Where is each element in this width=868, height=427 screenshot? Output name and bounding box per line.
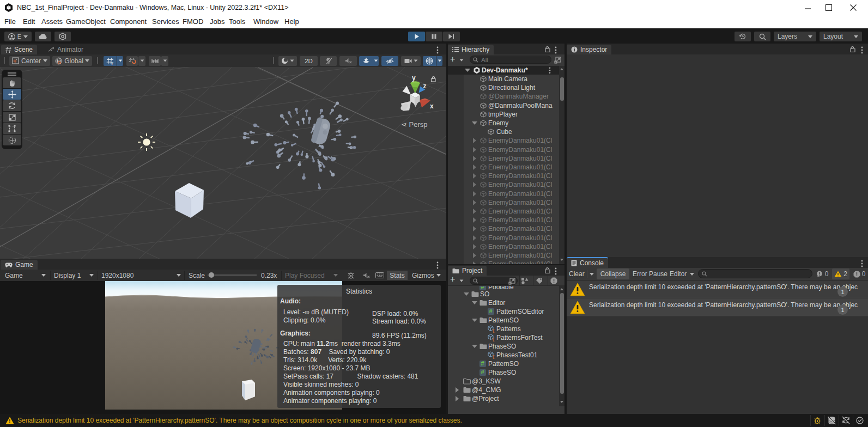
- svg-text:{}: {}: [492, 328, 495, 333]
- svg-text:⋖ Persp: ⋖ Persp: [401, 120, 427, 129]
- svg-text:{}: {}: [492, 337, 495, 341]
- svg-text:y: y: [412, 74, 416, 82]
- svg-text:x: x: [430, 102, 434, 110]
- svg-text:Y: Y: [111, 60, 113, 65]
- svg-text:{}: {}: [492, 354, 495, 359]
- svg-text:z: z: [423, 82, 427, 90]
